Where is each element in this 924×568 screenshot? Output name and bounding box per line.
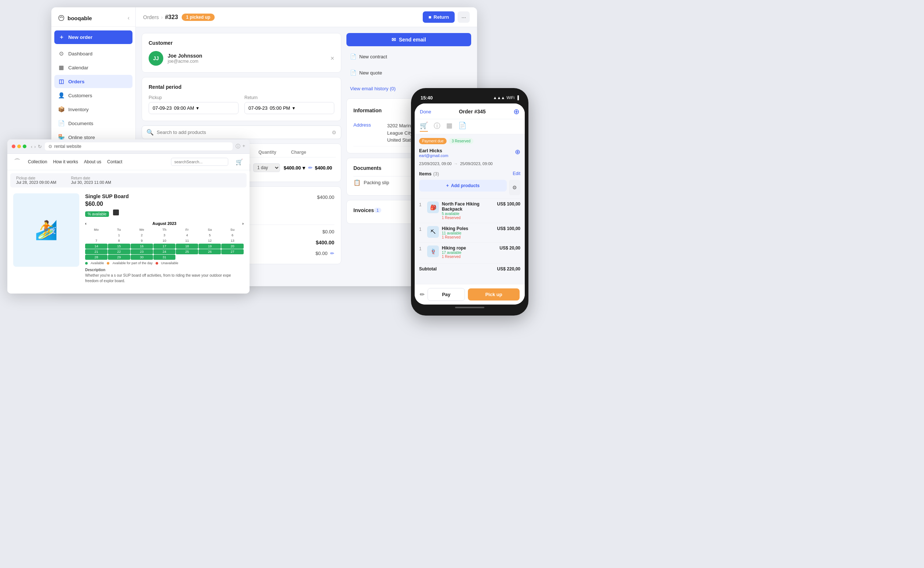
phone-pickup-button[interactable]: Pick up bbox=[468, 289, 519, 301]
phone-done-button[interactable]: Done bbox=[420, 109, 431, 115]
view-email-history-link[interactable]: View email history (0) bbox=[350, 86, 396, 91]
return-date-val: 07-09-23 bbox=[248, 105, 267, 111]
new-contract-link[interactable]: 📄 New contract bbox=[346, 51, 471, 62]
return-button[interactable]: ■ Return bbox=[423, 11, 455, 23]
send-email-button[interactable]: ✉ Send email bbox=[346, 33, 471, 46]
phone-add-button[interactable]: ⊕ bbox=[513, 107, 519, 116]
browser-content: ⌒ Collection How it works About us Conta… bbox=[8, 154, 249, 293]
return-date-value: Jul 30, 2023 11:00 AM bbox=[71, 180, 111, 184]
forward-icon[interactable]: › bbox=[34, 144, 36, 150]
phone-tab-doc[interactable]: 📄 bbox=[458, 121, 467, 132]
charge-select[interactable]: 1 day 2 days 1 week bbox=[253, 163, 280, 172]
breadcrumb: Orders › #323 bbox=[143, 14, 178, 21]
more-button[interactable]: ··· bbox=[457, 11, 470, 23]
reload-icon[interactable]: ↻ bbox=[38, 144, 42, 150]
cart-icon[interactable]: 🛒 bbox=[236, 159, 243, 166]
browser-info-icon[interactable]: ⓘ bbox=[236, 143, 240, 150]
store-product-name: Single SUP Board bbox=[85, 193, 244, 199]
inventory-icon: 📦 bbox=[58, 106, 65, 113]
phone-topbar: Done Order #345 ⊕ bbox=[415, 103, 525, 119]
phone-tab-info[interactable]: ⓘ bbox=[434, 121, 440, 132]
sidebar-item-dashboard[interactable]: ⊙ Dashboard bbox=[54, 47, 133, 60]
phone-customer-more-btn[interactable]: ⊕ bbox=[515, 148, 520, 156]
phone-customer-email[interactable]: earl@gmail.com bbox=[419, 153, 448, 158]
sidebar-item-documents[interactable]: 📄 Documents bbox=[54, 117, 133, 130]
phone-badges: Payment due 3 Reserved bbox=[419, 138, 520, 144]
new-quote-link[interactable]: 📄 New quote bbox=[346, 67, 471, 79]
phone-footer: ✏ Pay Pick up bbox=[415, 284, 525, 305]
customer-card-title: Customer bbox=[149, 40, 334, 46]
phone-date-arrow: → bbox=[454, 162, 458, 166]
new-order-button[interactable]: ＋ New order bbox=[54, 30, 133, 44]
app-logo: booqable bbox=[57, 14, 92, 22]
phone-item-img-1: ⛏ bbox=[427, 226, 439, 238]
sidebar-label-orders: Orders bbox=[68, 79, 85, 85]
customer-remove-button[interactable]: × bbox=[330, 55, 334, 62]
return-field: Return 07-09-23 05:00 PM ▾ bbox=[245, 95, 334, 114]
phone-settings-button[interactable]: ⚙ bbox=[509, 180, 520, 195]
phone-tab-calendar[interactable]: ▦ bbox=[446, 121, 453, 132]
store-search-input[interactable] bbox=[171, 158, 228, 166]
battery-icon: ▐ bbox=[516, 95, 519, 100]
calendar-grid: Mo Tu We Th Fr Sa Su 1 2 3 4 5 6 bbox=[85, 227, 244, 260]
phone-add-products-button[interactable]: + Add products bbox=[419, 180, 507, 192]
nav-collection[interactable]: Collection bbox=[28, 159, 47, 165]
pickup-date-label: Pickup date bbox=[16, 176, 56, 180]
search-input[interactable] bbox=[157, 130, 329, 135]
wifi-icon: WiFi bbox=[506, 95, 515, 100]
nav-contact[interactable]: Contact bbox=[107, 159, 122, 165]
deposit-edit-icon[interactable]: ✏ bbox=[330, 251, 334, 256]
pickup-input[interactable]: 07-09-23 09:00 AM ▾ bbox=[149, 102, 239, 114]
tab-icon: ⊙ bbox=[48, 144, 52, 149]
sidebar-label-dashboard: Dashboard bbox=[68, 51, 92, 56]
phone-subtotal-label: Subtotal bbox=[419, 266, 437, 272]
cal-next-btn[interactable]: › bbox=[242, 221, 244, 226]
phone-tab-cart[interactable]: 🛒 bbox=[420, 121, 428, 132]
browser-add-tab-icon[interactable]: + bbox=[242, 143, 245, 150]
minimize-dot[interactable] bbox=[17, 145, 21, 148]
return-date-field[interactable]: Return date Jul 30, 2023 11:00 AM bbox=[71, 176, 111, 184]
phone-status-icons: ▲▲▲ WiFi ▐ bbox=[493, 95, 519, 100]
sidebar-item-inventory[interactable]: 📦 Inventory bbox=[54, 103, 133, 116]
phone-item-price-2: US$ 20,00 bbox=[500, 245, 520, 251]
phone-subtotal-value: US$ 220,00 bbox=[497, 266, 520, 272]
browser-tab: ⊙ rental website bbox=[45, 142, 233, 150]
phone-home-bar bbox=[415, 305, 525, 310]
phone-item-name-2: Hiking rope bbox=[442, 245, 497, 251]
phone-edit-button[interactable]: Edit bbox=[513, 171, 520, 176]
color-swatch[interactable] bbox=[113, 210, 119, 215]
price-edit-btn[interactable]: ✏ bbox=[308, 165, 313, 171]
sidebar-collapse-btn[interactable]: ‹ bbox=[128, 15, 130, 21]
filter-icon[interactable]: ⚙ bbox=[332, 130, 337, 135]
phone-item-img-0: 🎒 bbox=[427, 201, 439, 213]
phone-item-1: 1 ⛏ Hiking Poles 11 available 1 Reserved… bbox=[419, 223, 520, 242]
sidebar-item-orders[interactable]: ◫ Orders bbox=[54, 75, 133, 88]
phone-item-name-1: Hiking Poles bbox=[442, 226, 494, 231]
nav-how-it-works[interactable]: How it works bbox=[53, 159, 78, 165]
phone-item-price-1: US$ 100,00 bbox=[497, 226, 520, 231]
return-input[interactable]: 07-09-23 05:00 PM ▾ bbox=[245, 102, 334, 114]
documents-title: Documents bbox=[353, 165, 381, 171]
subtotal-value: $400.00 bbox=[317, 195, 334, 200]
product-detail-panel: Single SUP Board $60.00 % available ‹ Au… bbox=[85, 193, 244, 284]
phone-pencil-icon[interactable]: ✏ bbox=[420, 291, 424, 298]
deposit-value: $0.00 bbox=[316, 251, 328, 256]
breadcrumb-orders[interactable]: Orders bbox=[143, 14, 159, 20]
customer-card: Customer JJ Joe Johnsson joe@acme.com × bbox=[142, 33, 341, 73]
price-field: ✏ $400.00 bbox=[308, 165, 332, 171]
calendar-header: ‹ August 2023 › bbox=[85, 221, 244, 226]
return-time-val: 05:00 PM bbox=[270, 105, 290, 111]
close-dot[interactable] bbox=[12, 145, 15, 148]
phone-pay-button[interactable]: Pay bbox=[427, 288, 465, 301]
sidebar-item-calendar[interactable]: ▦ Calendar bbox=[54, 61, 133, 74]
cal-prev-btn[interactable]: ‹ bbox=[85, 221, 87, 226]
total-value: $400.00 bbox=[316, 240, 334, 245]
pickup-date-field[interactable]: Pickup date Jul 28, 2023 09:00 AM bbox=[16, 176, 56, 184]
back-icon[interactable]: ‹ bbox=[31, 144, 32, 150]
nav-about-us[interactable]: About us bbox=[84, 159, 101, 165]
phone-customer-name: Earl Hicks bbox=[419, 148, 448, 153]
unavail-legend-dot bbox=[156, 262, 158, 264]
sidebar-item-customers[interactable]: 👤 Customers bbox=[54, 89, 133, 102]
maximize-dot[interactable] bbox=[23, 145, 26, 148]
new-contract-label: New contract bbox=[359, 54, 387, 59]
